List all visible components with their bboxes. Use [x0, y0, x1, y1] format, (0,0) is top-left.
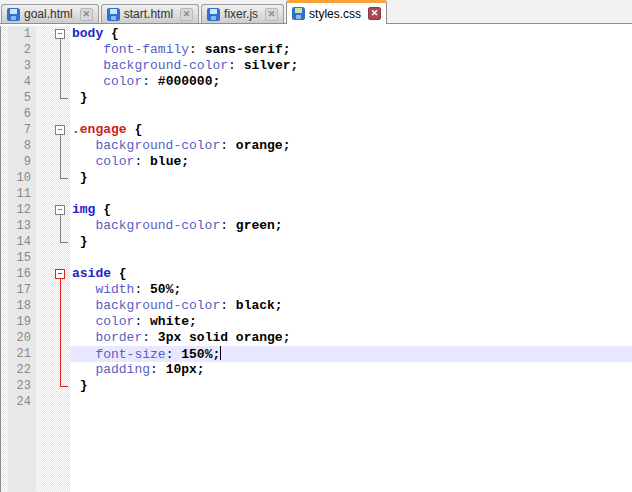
tab-styles.css[interactable]: styles.css✕: [286, 0, 387, 24]
fold-line: [60, 282, 61, 298]
code-area[interactable]: [70, 410, 632, 492]
tab-label: styles.css: [309, 7, 361, 21]
code-token-prop: background-color: [103, 58, 228, 73]
close-icon[interactable]: ✕: [265, 8, 278, 21]
gutter-hatch: [36, 362, 52, 378]
gutter-hatch: [36, 410, 52, 492]
code-token-colon: :: [220, 218, 228, 233]
fold-toggle-icon[interactable]: [55, 269, 65, 279]
code-token-plain: [72, 170, 80, 185]
fold-line-end: [60, 178, 68, 179]
line-number: 15: [8, 250, 36, 266]
code-line[interactable]: }: [70, 378, 632, 394]
line-number: 8: [8, 138, 36, 154]
close-icon[interactable]: ✕: [80, 8, 93, 21]
code-token-prop: color: [103, 74, 142, 89]
editor-line: 15: [0, 250, 632, 266]
bookmark-margin: [0, 282, 8, 298]
code-line[interactable]: background-color: black;: [70, 298, 632, 314]
code-line[interactable]: body {: [70, 26, 632, 42]
gutter-hatch: [36, 58, 52, 74]
code-line[interactable]: [70, 186, 632, 202]
editor-line: 1body {: [0, 26, 632, 42]
fold-margin: [52, 42, 70, 58]
line-number-margin: [8, 410, 36, 492]
bookmark-margin: [0, 154, 8, 170]
code-token-val: black;: [236, 298, 283, 313]
editor-line: 19 color: white;: [0, 314, 632, 330]
fold-toggle-icon[interactable]: [55, 125, 65, 135]
code-token-plain: [72, 378, 80, 393]
file-save-icon: [292, 7, 305, 20]
code-line[interactable]: font-family: sans-serif;: [70, 42, 632, 58]
code-line[interactable]: border: 3px solid orange;: [70, 330, 632, 346]
code-line[interactable]: }: [70, 234, 632, 250]
fold-margin: [52, 250, 70, 266]
editor-line: 12img {: [0, 202, 632, 218]
code-line[interactable]: background-color: green;: [70, 218, 632, 234]
editor-line: 22 padding: 10px;: [0, 362, 632, 378]
bookmark-margin: [0, 250, 8, 266]
code-line[interactable]: [70, 250, 632, 266]
bookmark-margin: [0, 202, 8, 218]
code-token-plain: [228, 298, 236, 313]
code-line[interactable]: width: 50%;: [70, 282, 632, 298]
code-token-plain: [72, 330, 95, 345]
bookmark-margin: [0, 58, 8, 74]
editor-line: 18 background-color: black;: [0, 298, 632, 314]
editor-line: 21 font-size: 150%;: [0, 346, 632, 362]
gutter-hatch: [36, 90, 52, 106]
code-line[interactable]: [70, 394, 632, 410]
fold-margin: [52, 346, 70, 362]
code-line[interactable]: font-size: 150%;: [70, 346, 632, 362]
code-line[interactable]: background-color: orange;: [70, 138, 632, 154]
bookmark-margin: [0, 218, 8, 234]
editor-filler: [0, 410, 632, 492]
code-line[interactable]: color: #000000;: [70, 74, 632, 90]
tab-start.html[interactable]: start.html✕: [101, 4, 199, 23]
close-icon[interactable]: ✕: [180, 8, 193, 21]
code-line[interactable]: color: white;: [70, 314, 632, 330]
fold-line: [60, 346, 61, 362]
code-line[interactable]: padding: 10px;: [70, 362, 632, 378]
tab-fixer.js[interactable]: fixer.js✕: [201, 4, 284, 23]
code-token-cls: .engage: [72, 122, 127, 137]
close-icon[interactable]: ✕: [368, 7, 381, 20]
fold-margin: [52, 298, 70, 314]
line-number: 23: [8, 378, 36, 394]
code-token-brace: {: [134, 122, 142, 137]
code-line[interactable]: background-color: silver;: [70, 58, 632, 74]
code-line[interactable]: .engage {: [70, 122, 632, 138]
code-line[interactable]: }: [70, 90, 632, 106]
code-token-brace: }: [80, 234, 88, 249]
code-line[interactable]: aside {: [70, 266, 632, 282]
gutter-hatch: [36, 42, 52, 58]
editor-line: 9 color: blue;: [0, 154, 632, 170]
fold-margin: [52, 90, 70, 106]
line-number: 22: [8, 362, 36, 378]
bookmark-margin: [0, 362, 8, 378]
code-token-colon: :: [189, 42, 197, 57]
fold-margin: [52, 234, 70, 250]
line-number: 18: [8, 298, 36, 314]
bookmark-margin: [0, 298, 8, 314]
tab-goal.html[interactable]: goal.html✕: [1, 4, 99, 23]
fold-margin: [52, 58, 70, 74]
fold-toggle-icon[interactable]: [55, 205, 65, 215]
code-token-plain: [142, 154, 150, 169]
code-token-plain: [150, 74, 158, 89]
line-number: 4: [8, 74, 36, 90]
code-line[interactable]: }: [70, 170, 632, 186]
code-token-el: img: [72, 202, 95, 217]
line-number: 6: [8, 106, 36, 122]
tab-label: start.html: [124, 7, 173, 21]
code-line[interactable]: [70, 106, 632, 122]
fold-toggle-icon[interactable]: [55, 29, 65, 39]
code-line[interactable]: img {: [70, 202, 632, 218]
line-number: 21: [8, 346, 36, 362]
code-line[interactable]: color: blue;: [70, 154, 632, 170]
fold-line-end: [60, 242, 68, 243]
gutter-hatch: [36, 250, 52, 266]
editor-line: 6: [0, 106, 632, 122]
bookmark-margin: [0, 106, 8, 122]
